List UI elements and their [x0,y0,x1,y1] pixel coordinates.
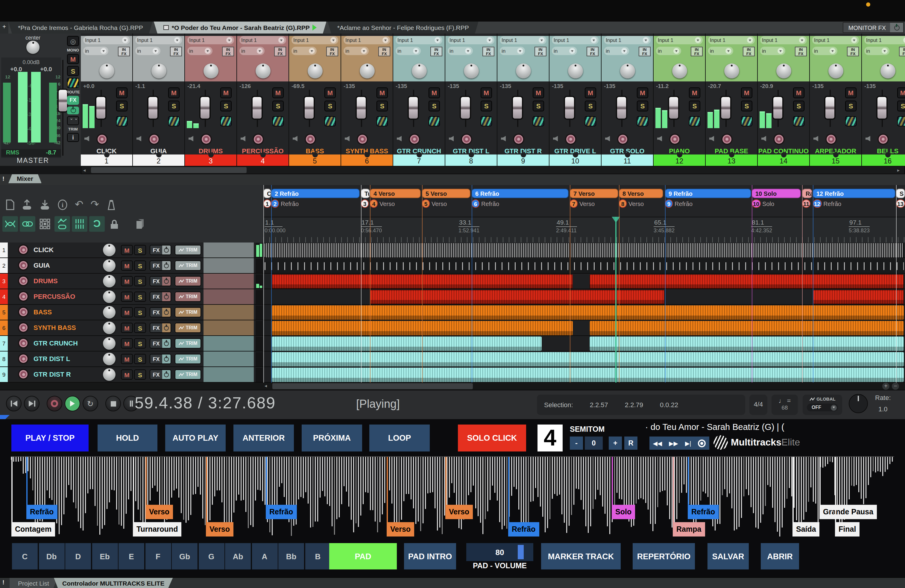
region-tur[interactable]: Tur [361,189,370,198]
mute-button[interactable]: M [121,276,133,286]
pan-knob[interactable] [308,64,322,78]
solo-button[interactable]: S [134,276,146,286]
track-row-bass[interactable]: 5 BASS M S FX TRIM [0,305,264,320]
item-grouping-toggle[interactable] [20,216,35,232]
record-mode-select[interactable]: in [83,47,108,55]
volume-fader[interactable] [303,96,315,120]
metronome-icon[interactable] [106,199,116,210]
controller-button-pr-xima[interactable]: PRÓXIMA [302,424,362,451]
marker-3[interactable]: 3 [361,199,369,208]
solo-button[interactable]: S [793,100,805,111]
solo-button[interactable]: S [585,100,596,111]
mono-button[interactable]: ◎ [67,36,79,46]
volume-fader[interactable] [356,96,367,120]
track-row-guia[interactable]: 2 GUIA M S FX TRIM [0,258,264,273]
stop-button[interactable] [105,396,121,412]
record-arm-button[interactable] [200,133,212,145]
record-mode-select[interactable]: in [395,47,421,55]
input-select[interactable]: Input 1 [656,36,703,44]
route-button[interactable] [897,116,905,126]
fx-button[interactable]: FX [150,354,171,364]
record-mode-select[interactable]: in [552,47,577,55]
fx-button[interactable]: FX [150,261,171,271]
region-7-verso[interactable]: 7 Verso [570,189,618,198]
record-mode-select[interactable]: in [812,47,837,55]
record-mode-select[interactable]: in [344,47,369,55]
semitone-button--[interactable]: - [570,437,583,450]
track-name[interactable]: GTR DIST L [33,355,70,362]
wave-marker-refr-o[interactable]: Refrão [26,505,57,519]
solo-button[interactable]: S [689,100,700,111]
mute-button[interactable]: M [121,338,133,348]
route-button[interactable] [116,116,127,126]
volume-fader[interactable] [251,96,263,120]
volume-fader[interactable] [772,96,783,120]
undo-icon[interactable]: ↶ [75,198,84,211]
solo-button[interactable]: S [168,100,179,111]
marker-10[interactable]: 10Solo [752,199,774,208]
info-button[interactable]: i [67,133,79,142]
pan-knob[interactable] [724,64,739,78]
record-arm-button[interactable] [18,369,29,380]
track-name[interactable]: CLICK [33,246,54,253]
volume-fader[interactable] [147,96,159,120]
track-name[interactable]: DRUMS [33,277,58,284]
next-icon[interactable]: ▶| [685,440,691,447]
playrate-knob[interactable] [849,394,868,413]
media-item[interactable] [589,274,904,289]
wave-marker-grande-pausa[interactable]: Grande Pausa [819,505,877,519]
route-button[interactable] [376,116,388,126]
mute-button[interactable]: M [533,87,544,98]
volume-fader[interactable] [668,96,680,120]
track-row-gtr-crunch[interactable]: 7 GTR CRUNCH M S FX TRIM [0,336,264,351]
solo-button[interactable]: S [134,354,146,364]
channel-number[interactable]: 6 [341,154,393,166]
input-select[interactable]: Input 1 [708,36,755,44]
route-button[interactable] [168,116,179,126]
key-button-Db[interactable]: Db [39,543,64,569]
record-arm-button[interactable] [148,133,160,145]
region-ra[interactable]: Ra [802,189,812,198]
trim-envelope-button[interactable]: TRIM [175,261,201,271]
solo-button[interactable]: S [324,100,336,111]
volume-fader[interactable] [616,96,627,120]
layers-icon[interactable] [132,216,148,232]
mute-button[interactable]: M [121,245,133,255]
volume-fader[interactable] [512,96,523,120]
mute-button[interactable]: M [168,87,179,98]
input-fx-button[interactable]: INFX [535,47,546,56]
solo-button[interactable]: S [134,369,146,380]
record-arm-button[interactable] [669,133,681,145]
go-to-start-button[interactable] [6,396,22,412]
record-arm-button[interactable] [18,322,29,333]
region-2-refr-o[interactable]: 2 Refrão [271,189,360,198]
horizontal-scrollbar[interactable]: ◂ + − [0,383,905,390]
mixer-scrollbar[interactable]: ◂▸ [81,166,905,174]
pan-knob[interactable] [516,64,531,78]
trim-envelope-button[interactable]: TRIM [175,245,201,255]
track-row-synth-bass[interactable]: 6 SYNTH BASS M S FX TRIM [0,320,264,336]
project-settings-icon[interactable]: i [57,199,68,210]
record-arm-button[interactable] [18,260,29,271]
record-mode-select[interactable]: in [135,47,160,55]
record-arm-button[interactable] [18,353,29,364]
pan-knob[interactable] [672,64,687,78]
semitone-button-0[interactable]: 0 [585,437,603,450]
master-pan-knob[interactable] [26,41,40,54]
media-lane[interactable] [264,289,905,305]
power-icon[interactable] [890,23,903,32]
wave-marker-rampa[interactable]: Rampa [673,522,705,537]
open-project-icon[interactable] [40,199,50,210]
mute-button[interactable]: M [845,87,856,98]
wave-marker-verso[interactable]: Verso [445,505,473,519]
input-select[interactable]: Input 1 [83,36,130,44]
wave-marker-refr-o[interactable]: Refrão [266,505,297,519]
controller-button-auto-play[interactable]: AUTO PLAY [165,424,225,451]
channel-number[interactable]: 4 [237,154,289,166]
record-arm-button[interactable] [721,133,733,145]
mute-button[interactable]: M [121,307,133,317]
solo-button[interactable]: S [897,100,905,111]
track-row-percuss-o[interactable]: 4 PERCUSSÃO M S FX TRIM [0,289,264,305]
input-fx-button[interactable]: INFX [378,47,390,56]
record-mode-select[interactable]: in [448,47,473,55]
